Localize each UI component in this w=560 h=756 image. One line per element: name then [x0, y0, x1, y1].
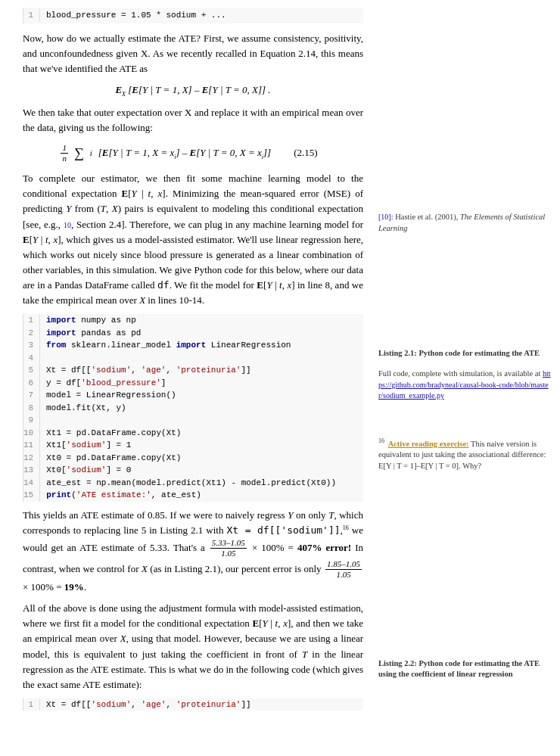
ct-9	[46, 414, 363, 427]
ct-4	[46, 352, 363, 365]
footnote-16-num: 16	[378, 437, 384, 444]
ln-10: 10	[23, 427, 40, 440]
top-code-line: 1 blood_pressure = 1.05 * sodium + ...	[23, 8, 363, 23]
ln-14: 14	[23, 477, 40, 490]
code-line-9: 9	[23, 414, 363, 427]
code-line-5: 5 Xt = df[['sodium', 'age', 'proteinuria…	[23, 364, 363, 377]
frac-1-n: 1 n	[61, 143, 68, 163]
code-line-2: 2 import pandas as pd	[23, 327, 363, 340]
top-code-text: blood_pressure = 1.05 * sodium + ...	[46, 9, 363, 22]
paragraph-5: All of the above is done using the adjus…	[23, 601, 363, 692]
equation-215: 1 n ∑ i [E[Y | T = 1, X = xi] – E[Y | T …	[23, 143, 363, 163]
ln-12: 12	[23, 452, 40, 465]
ct-5: Xt = df[['sodium', 'age', 'proteinuria']…	[46, 364, 363, 377]
margin-spacer-1	[378, 8, 552, 212]
bottom-code-line: 1 Xt = df[['sodium', 'age', 'proteinuria…	[23, 698, 363, 711]
ln-11: 11	[23, 439, 40, 452]
paragraph-1: Now, how do we actually estimate the ATE…	[23, 31, 363, 76]
ct-14: ate_est = np.mean(model.predict(Xt1) - m…	[46, 477, 363, 490]
footnote-16: 16 Active reading exercise: This naive v…	[378, 437, 552, 472]
code-line-8: 8 model.fit(Xt, y)	[23, 402, 363, 415]
ct-7: model = LinearRegression()	[46, 389, 363, 402]
code-line-7: 7 model = LinearRegression()	[23, 389, 363, 402]
ct-10: Xt1 = pd.DataFrame.copy(Xt)	[46, 427, 363, 440]
code-line-1: 1 import numpy as np	[23, 314, 363, 327]
bottom-ct-1: Xt = df[['sodium', 'age', 'proteinuria']…	[46, 698, 363, 711]
main-content: 1 blood_pressure = 1.05 * sodium + ... N…	[0, 8, 378, 717]
eq215-body: 1 n ∑ i [E[Y | T = 1, X = xi] – E[Y | T …	[61, 143, 271, 163]
code-line-13: 13 Xt0['sodium'] = 0	[23, 464, 363, 477]
code-line-12: 12 Xt0 = pd.DataFrame.copy(Xt)	[23, 452, 363, 465]
ln-7: 7	[23, 389, 40, 402]
code-line-6: 6 y = df['blood_pressure']	[23, 377, 363, 390]
side-margin: [10]: Hastie et al. (2001), The Elements…	[378, 8, 560, 717]
side-note-10: [10]: Hastie et al. (2001), The Elements…	[378, 212, 552, 234]
ln-5: 5	[23, 364, 40, 377]
frac-error-2: 1.85–1.05 1.05	[325, 559, 362, 580]
ct-3: from sklearn.linear_model import LinearR…	[46, 339, 363, 352]
full-code-note: Full code, complete with simulation, is …	[378, 369, 552, 402]
listing-2-2-label: Listing 2.2: Python code for estimating …	[378, 659, 540, 679]
equation-number-215: (2.15)	[294, 147, 317, 159]
ct-6: y = df['blood_pressure']	[46, 377, 363, 390]
ln-13: 13	[23, 464, 40, 477]
ln-4: 4	[23, 352, 40, 365]
ln-3: 3	[23, 339, 40, 352]
active-reading-highlight: Active reading exercise:	[388, 440, 469, 448]
listing-2-1-label: Listing 2.1: Python code for estimating …	[378, 349, 540, 357]
bottom-code-block: 1 Xt = df[['sodium', 'age', 'proteinuria…	[23, 698, 363, 711]
code-line-11: 11 Xt1['sodium'] = 1	[23, 439, 363, 452]
active-reading-label: Active reading exercise: This naive vers…	[378, 440, 546, 470]
ln-15: 15	[23, 489, 40, 502]
paragraph-4: This yields an ATE estimate of 0.85. If …	[23, 508, 363, 595]
frac-error-1: 5.33–1.05 1.05	[210, 538, 247, 558]
ref-10-link[interactable]: [10]	[378, 213, 391, 221]
ct-15: print('ATE estimate:', ate_est)	[46, 489, 363, 502]
paragraph-3: To complete our estimator, we then fit s…	[23, 171, 363, 308]
code-line-4: 4	[23, 352, 363, 365]
ref-10-link[interactable]: 10	[64, 221, 71, 229]
ln-1: 1	[23, 314, 40, 327]
line-number-top: 1	[23, 9, 40, 22]
ct-13: Xt0['sodium'] = 0	[46, 464, 363, 477]
ct-11: Xt1['sodium'] = 1	[46, 439, 363, 452]
code-line-14: 14 ate_est = np.mean(model.predict(Xt1) …	[23, 477, 363, 490]
margin-spacer-2	[378, 246, 552, 348]
footnote-ref-16: 16	[343, 524, 349, 531]
ln-9: 9	[23, 414, 40, 427]
equation-1: EX [E[Y | T = 1, X] – E[Y | T = 0, X]] .	[23, 84, 363, 98]
top-code-block: 1 blood_pressure = 1.05 * sodium + ...	[23, 8, 363, 23]
ln-2: 2	[23, 327, 40, 340]
margin-spacer-4	[378, 484, 552, 658]
bottom-ln-1: 1	[23, 698, 40, 711]
listing-caption-1: Listing 2.1: Python code for estimating …	[378, 348, 552, 359]
page-container: 1 blood_pressure = 1.05 * sodium + ... N…	[0, 0, 560, 724]
listing-caption-2: Listing 2.2: Python code for estimating …	[378, 658, 552, 680]
full-code-text: Full code, complete with simulation, is …	[378, 369, 540, 378]
code-line-3: 3 from sklearn.linear_model import Linea…	[23, 339, 363, 352]
ln-6: 6	[23, 377, 40, 390]
code-block-1: 1 import numpy as np 2 import pandas as …	[23, 314, 363, 502]
ref-10-bracket: [10]: Hastie et al. (2001), The Elements…	[378, 213, 545, 232]
margin-spacer-3	[378, 414, 552, 437]
ct-2: import pandas as pd	[46, 327, 363, 340]
ct-8: model.fit(Xt, y)	[46, 402, 363, 415]
code-line-10: 10 Xt1 = pd.DataFrame.copy(Xt)	[23, 427, 363, 440]
paragraph-2: We then take that outer expectation over…	[23, 105, 363, 135]
ct-1: import numpy as np	[46, 314, 363, 327]
eq1-text: EX [E[Y | T = 1, X] – E[Y | T = 0, X]] .	[115, 84, 270, 95]
ln-8: 8	[23, 402, 40, 415]
ct-12: Xt0 = pd.DataFrame.copy(Xt)	[46, 452, 363, 465]
code-line-15: 15 print('ATE estimate:', ate_est)	[23, 489, 363, 502]
